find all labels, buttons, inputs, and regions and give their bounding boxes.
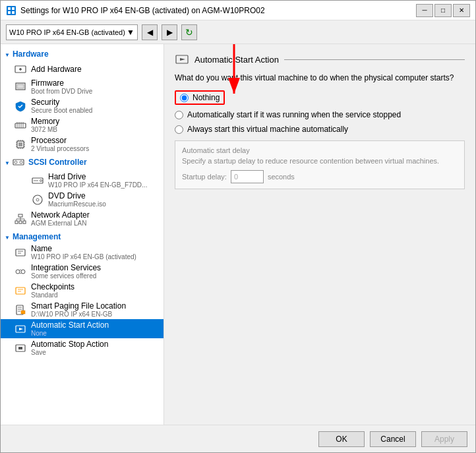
- vm-selector-dropdown[interactable]: W10 PRO IP x64 EN-GB (activated) ▼: [6, 24, 138, 40]
- sidebar-item-auto-stop[interactable]: Automatic Stop Action Save: [1, 338, 164, 357]
- svg-rect-62: [21, 311, 25, 314]
- svg-rect-2: [12, 7, 15, 10]
- panel-header-icon: [175, 52, 189, 67]
- sidebar-item-memory[interactable]: Memory 3072 MB: [1, 115, 164, 135]
- management-section-header[interactable]: Management: [1, 228, 164, 243]
- sidebar-item-security[interactable]: Security Secure Boot enabled: [1, 96, 164, 115]
- svg-point-37: [40, 179, 42, 181]
- window-icon: [6, 5, 16, 16]
- panel-question: What do you want this virtual machine to…: [175, 73, 465, 82]
- maximize-button[interactable]: □: [434, 4, 452, 17]
- apply-button[interactable]: Apply: [421, 431, 467, 447]
- firmware-icon: [14, 80, 27, 94]
- hardware-section-header[interactable]: Hardware: [1, 47, 164, 61]
- svg-rect-1: [8, 7, 11, 10]
- radio-auto-start-option[interactable]: Automatically start if it was running wh…: [175, 110, 465, 119]
- svg-rect-9: [17, 84, 24, 88]
- radio-always-start-option[interactable]: Always start this virtual machine automa…: [175, 125, 465, 134]
- sidebar-item-checkpoints[interactable]: Checkpoints Standard: [1, 281, 164, 300]
- svg-rect-50: [16, 249, 25, 256]
- svg-point-34: [15, 161, 17, 164]
- delay-input[interactable]: [231, 170, 264, 183]
- refresh-icon: ↻: [185, 27, 193, 38]
- scsi-label: SCSI Controller: [28, 158, 87, 167]
- delay-desc: Specify a startup delay to reduce resour…: [182, 157, 458, 165]
- delay-unit: seconds: [268, 173, 295, 181]
- hardware-section-label: Hardware: [13, 49, 49, 59]
- close-button[interactable]: ✕: [453, 4, 470, 17]
- delay-section: Automatic start delay Specify a startup …: [175, 140, 465, 189]
- svg-rect-66: [18, 347, 22, 349]
- management-expand-icon: [5, 232, 13, 241]
- paging-icon: [14, 303, 27, 317]
- svg-rect-42: [15, 221, 18, 224]
- hardware-expand-icon: [5, 49, 13, 59]
- svg-point-53: [16, 270, 20, 274]
- autostop-icon: [14, 342, 27, 355]
- svg-rect-3: [8, 11, 11, 14]
- svg-rect-43: [19, 221, 22, 224]
- cancel-button[interactable]: Cancel: [370, 431, 416, 447]
- svg-rect-10: [15, 123, 26, 128]
- svg-rect-4: [12, 11, 15, 14]
- forward-button[interactable]: ▶: [162, 24, 177, 40]
- add-hardware-text: Add Hardware: [31, 65, 82, 74]
- back-button[interactable]: ◀: [142, 24, 158, 40]
- sidebar-item-processor[interactable]: Processor 2 Virtual processors: [1, 135, 164, 154]
- panel-title-divider: [284, 59, 465, 60]
- sidebar-item-hard-drive[interactable]: Hard Drive W10 PRO IP x64 EN-GB_F7DD...: [1, 171, 164, 190]
- name-icon: [14, 246, 27, 259]
- bottom-bar: OK Cancel Apply: [1, 425, 475, 452]
- radio-nothing-input[interactable]: [180, 94, 189, 102]
- svg-point-40: [36, 198, 39, 201]
- sidebar-item-network[interactable]: Network Adapter AGM External LAN: [1, 209, 164, 228]
- refresh-button[interactable]: ↻: [181, 24, 197, 40]
- sidebar-item-name[interactable]: Name W10 PRO IP x64 EN-GB (activated): [1, 243, 164, 262]
- svg-point-35: [20, 161, 22, 164]
- vm-selector-label: W10 PRO IP x64 EN-GB (activated): [9, 28, 125, 36]
- svg-point-39: [33, 195, 42, 204]
- radio-auto-start-input[interactable]: [175, 111, 183, 119]
- management-section-label: Management: [13, 232, 61, 241]
- svg-rect-41: [18, 214, 22, 217]
- sidebar-item-smart-paging[interactable]: Smart Paging File Location D:\W10 PRO IP…: [1, 300, 164, 319]
- network-icon: [14, 212, 27, 226]
- back-icon: ◀: [147, 28, 153, 37]
- delay-row: Startup delay: seconds: [182, 170, 458, 183]
- sidebar-item-firmware[interactable]: Firmware Boot from DVD Drive: [1, 77, 164, 96]
- svg-rect-20: [18, 142, 22, 146]
- window-controls: ─ □ ✕: [416, 4, 470, 17]
- integration-icon: [14, 265, 27, 278]
- hard-drive-icon: [31, 174, 44, 187]
- main-content: Hardware Add Hardware Firmware Boot from…: [1, 44, 475, 425]
- svg-marker-68: [180, 58, 185, 61]
- memory-icon: [14, 119, 27, 132]
- processor-icon: [14, 138, 27, 151]
- sidebar-item-dvd-drive[interactable]: DVD Drive MacriumRescue.iso: [1, 190, 164, 209]
- sidebar-item-add-hardware[interactable]: Add Hardware: [1, 61, 164, 77]
- svg-point-54: [21, 270, 25, 274]
- radio-auto-start-label: Automatically start if it was running wh…: [187, 110, 401, 119]
- main-window: Settings for W10 PRO IP x64 EN-GB (activ…: [0, 0, 476, 453]
- radio-always-start-label: Always start this virtual machine automa…: [187, 125, 348, 134]
- dropdown-chevron-icon: ▼: [127, 28, 134, 37]
- ok-button[interactable]: OK: [318, 431, 365, 447]
- scsi-expand-icon: [5, 158, 13, 167]
- window-title: Settings for W10 PRO IP x64 EN-GB (activ…: [20, 6, 416, 15]
- radio-nothing-option[interactable]: Nothing: [175, 90, 465, 105]
- scsi-icon: [13, 156, 24, 168]
- radio-always-start-input[interactable]: [175, 125, 183, 134]
- right-panel: Automatic Start Action What do you want …: [164, 44, 475, 425]
- scsi-section-header[interactable]: SCSI Controller: [1, 154, 164, 171]
- sidebar-item-auto-start[interactable]: Automatic Start Action None: [1, 319, 164, 338]
- svg-marker-64: [19, 328, 23, 330]
- delay-title: Automatic start delay: [182, 146, 458, 154]
- titlebar: Settings for W10 PRO IP x64 EN-GB (activ…: [1, 1, 475, 20]
- minimize-button[interactable]: ─: [416, 4, 433, 17]
- radio-options-container: Nothing Automatically start if it was ru…: [175, 90, 465, 134]
- panel-title: Automatic Start Action: [194, 55, 279, 65]
- checkpoint-icon: [14, 284, 27, 297]
- forward-icon: ▶: [167, 28, 173, 37]
- sidebar-item-integration[interactable]: Integration Services Some services offer…: [1, 262, 164, 281]
- svg-rect-55: [16, 287, 25, 294]
